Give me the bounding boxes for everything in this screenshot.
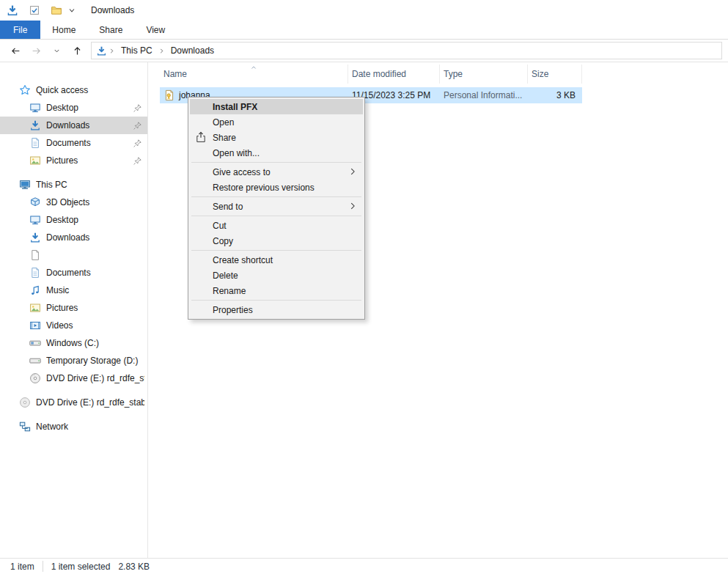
breadcrumb-chevron-icon (158, 47, 166, 55)
pin-icon (133, 121, 142, 130)
downloads-icon (29, 119, 41, 131)
sidebar-item-network[interactable]: Network (0, 418, 147, 435)
sidebar-item-blank[interactable] (0, 246, 147, 264)
window-title: Downloads (91, 5, 134, 15)
menu-item-label: Copy (213, 236, 233, 246)
column-header-type[interactable]: Type (440, 65, 528, 84)
sidebar-item-label: Network (36, 422, 144, 432)
file-type-cell: Personal Informati... (440, 90, 528, 100)
sidebar-item-dvd-drive-e-rd-rdfe-stable[interactable]: DVD Drive (E:) rd_rdfe_stable (0, 369, 147, 387)
menu-item-open-with[interactable]: Open with... (190, 145, 363, 161)
sidebar-item-label: Desktop (46, 103, 128, 113)
menu-item-open[interactable]: Open (190, 114, 363, 130)
tab-view[interactable]: View (134, 21, 177, 39)
column-header-label: Name (163, 69, 187, 79)
tab-share[interactable]: Share (87, 21, 134, 39)
sidebar-item-pictures[interactable]: Pictures (0, 152, 147, 169)
menu-item-label: Give access to (213, 167, 271, 177)
sidebar-item-desktop[interactable]: Desktop (0, 99, 147, 117)
column-header-date-modified[interactable]: Date modified (348, 65, 440, 84)
menu-item-label: Open (213, 117, 234, 128)
menu-item-give-access-to[interactable]: Give access to (190, 164, 363, 180)
sidebar-item-this-pc[interactable]: This PC (0, 176, 147, 194)
sidebar-item-downloads[interactable]: Downloads (0, 117, 147, 134)
menu-item-cut[interactable]: Cut (190, 218, 363, 233)
file-size-cell: 3 KB (528, 90, 582, 100)
sidebar-item-windows-c[interactable]: Windows (C:) (0, 334, 147, 352)
recent-locations-icon[interactable] (47, 41, 66, 60)
sidebar-item-3d-objects[interactable]: 3D Objects (0, 194, 147, 211)
sidebar-item-desktop[interactable]: Desktop (0, 211, 147, 229)
breadcrumb-downloads[interactable]: Downloads (166, 43, 218, 59)
sidebar-item-label: Desktop (46, 215, 144, 225)
sidebar-item-label: Downloads (46, 232, 144, 243)
sidebar-item-label: Documents (46, 268, 144, 278)
tab-file[interactable]: File (0, 21, 40, 39)
sidebar-item-pictures[interactable]: Pictures (0, 299, 147, 317)
drive-windows-icon (29, 337, 41, 349)
menu-item-properties[interactable]: Properties (190, 302, 363, 317)
new-folder-qat-button[interactable] (50, 4, 63, 17)
monitor-icon (29, 102, 41, 114)
column-header-name[interactable]: Name (160, 65, 348, 84)
dvd-gray-icon (19, 397, 31, 408)
menu-item-copy[interactable]: Copy (190, 233, 363, 249)
sidebar-item-temporary-storage-d[interactable]: Temporary Storage (D:) (0, 352, 147, 369)
back-button[interactable] (6, 41, 25, 60)
pin-icon (133, 156, 142, 166)
menu-item-send-to[interactable]: Send to (190, 199, 363, 214)
sidebar-item-label: Documents (46, 138, 128, 148)
network-icon (19, 421, 31, 433)
breadcrumb-this-pc[interactable]: This PC (117, 43, 157, 59)
sidebar-item-quick-access[interactable]: Quick access (0, 81, 147, 99)
menu-item-install-pfx[interactable]: Install PFX (190, 99, 363, 114)
menu-item-label: Cut (213, 221, 227, 231)
sort-ascending-icon (249, 63, 259, 72)
menu-item-delete[interactable]: Delete (190, 268, 363, 283)
music-icon (29, 284, 41, 296)
forward-button[interactable] (26, 41, 45, 60)
menu-item-label: Send to (213, 202, 243, 212)
submenu-chevron-icon (348, 201, 358, 211)
selection-count: 1 item selected (51, 562, 111, 572)
navigation-pane: Quick accessDesktopDownloadsDocumentsPic… (0, 62, 148, 558)
menu-item-create-shortcut[interactable]: Create shortcut (190, 252, 363, 268)
sidebar-item-label: Videos (46, 320, 144, 331)
column-header-size[interactable]: Size (528, 65, 582, 84)
address-bar[interactable]: This PCDownloads (91, 42, 722, 59)
menu-item-share[interactable]: Share (190, 130, 363, 145)
sidebar-item-downloads[interactable]: Downloads (0, 229, 147, 246)
sidebar-item-label: DVD Drive (E:) rd_rdfe_stable. (36, 397, 144, 408)
column-header-label: Size (532, 69, 548, 79)
customize-quick-access-toolbar-icon[interactable] (67, 6, 76, 15)
cube-icon (29, 196, 41, 208)
menu-item-restore-previous-versions[interactable]: Restore previous versions (190, 180, 363, 195)
drive-icon (29, 355, 41, 367)
chevron-down-icon (53, 47, 61, 55)
pictures-icon (29, 302, 41, 314)
up-button[interactable] (67, 41, 87, 60)
pc-icon (19, 179, 31, 191)
sidebar-item-label: Temporary Storage (D:) (46, 356, 144, 366)
statusbar-divider (43, 561, 43, 572)
menu-item-label: Properties (213, 305, 253, 315)
sidebar-item-documents[interactable]: Documents (0, 264, 147, 282)
menu-item-label: Share (213, 133, 236, 143)
certificate-file-icon (163, 89, 175, 101)
menu-item-rename[interactable]: Rename (190, 283, 363, 298)
document-icon (29, 137, 41, 149)
menu-item-label: Install PFX (213, 102, 257, 112)
star-icon (19, 84, 31, 96)
sidebar-item-videos[interactable]: Videos (0, 317, 147, 334)
sidebar-item-label: 3D Objects (46, 197, 144, 207)
sidebar-item-dvd-drive-e-rd-rdfe-stable[interactable]: DVD Drive (E:) rd_rdfe_stable. (0, 394, 147, 411)
app-downloads-icon (7, 4, 18, 16)
sidebar-item-music[interactable]: Music (0, 282, 147, 299)
status-bar: 1 item 1 item selected 2.83 KB (0, 558, 728, 574)
back-icon (10, 45, 21, 56)
sidebar-item-documents[interactable]: Documents (0, 134, 147, 152)
tab-home[interactable]: Home (40, 21, 87, 39)
menu-separator (191, 250, 361, 251)
properties-qat-button[interactable] (28, 4, 41, 17)
menu-item-label: Create shortcut (213, 255, 273, 265)
